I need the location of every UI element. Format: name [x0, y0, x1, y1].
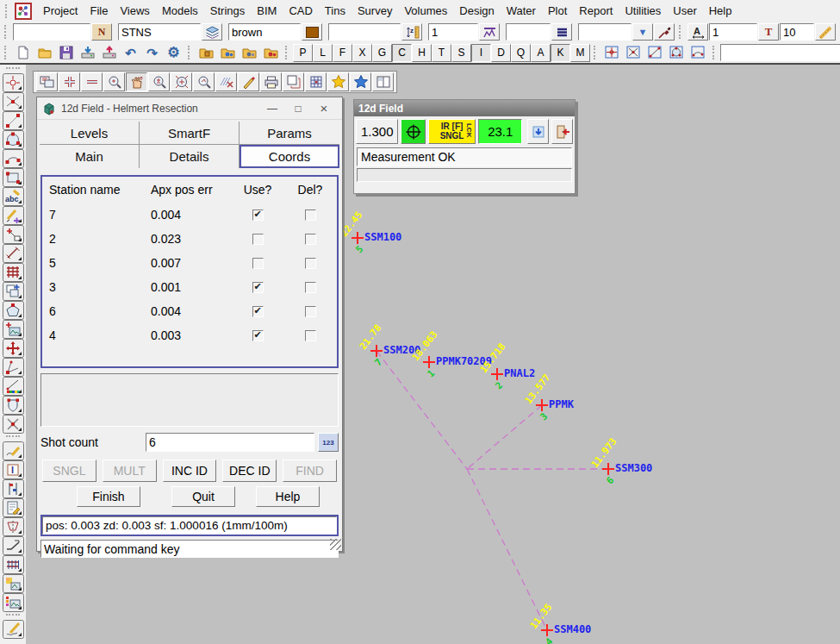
- menu-item-help[interactable]: Help: [703, 2, 738, 20]
- folder-gears-gray-icon[interactable]: [239, 43, 260, 62]
- inc-id-button[interactable]: INC ID: [163, 460, 217, 482]
- favourites-star-blue-icon[interactable]: [350, 72, 371, 91]
- del-checkbox[interactable]: [305, 234, 316, 245]
- toolbar-letter-m[interactable]: M: [570, 44, 590, 62]
- menu-item-water[interactable]: Water: [501, 2, 542, 20]
- toolbar-letter-t[interactable]: T: [432, 44, 451, 62]
- target-icon[interactable]: [401, 119, 426, 144]
- linestyle-icon[interactable]: [551, 23, 572, 41]
- menu-item-design[interactable]: Design: [453, 2, 500, 20]
- toolbar-letter-a[interactable]: A: [531, 44, 551, 62]
- use-checkbox[interactable]: [252, 306, 264, 317]
- tab-coords[interactable]: Coords: [240, 145, 339, 168]
- toolbar-grip[interactable]: [6, 614, 20, 618]
- toolbar-grip[interactable]: [6, 67, 20, 72]
- raster-colour-icon[interactable]: [3, 593, 24, 612]
- menu-item-tins[interactable]: Tins: [319, 2, 352, 20]
- colour-segment-icon[interactable]: [3, 377, 24, 396]
- create-rectangle-icon[interactable]: [3, 168, 24, 187]
- toolbar-grip[interactable]: [4, 46, 9, 59]
- quit-button[interactable]: Quit: [171, 486, 235, 507]
- target-height-button[interactable]: 1.300: [356, 119, 398, 144]
- zoom-in-icon[interactable]: [59, 72, 80, 91]
- snap-line-icon[interactable]: [644, 43, 666, 62]
- symmetry-icon[interactable]: [3, 517, 24, 536]
- toolbar-letter-x[interactable]: X: [352, 44, 372, 62]
- profile-chart-icon[interactable]: [479, 23, 500, 41]
- menu-item-file[interactable]: File: [84, 2, 114, 20]
- snap-cross-icon[interactable]: [623, 43, 644, 62]
- eyedropper-icon[interactable]: [654, 23, 675, 41]
- import-icon[interactable]: [77, 43, 98, 62]
- delete-point-icon[interactable]: [3, 415, 24, 434]
- create-text-icon[interactable]: abc: [3, 187, 24, 206]
- cad-text-field[interactable]: [13, 23, 90, 41]
- menu-item-survey[interactable]: Survey: [352, 2, 398, 20]
- linetype-field[interactable]: [578, 23, 632, 41]
- favourites-star-icon[interactable]: [327, 72, 349, 91]
- insert-image-icon[interactable]: [3, 320, 24, 339]
- toolbar-letter-f[interactable]: F: [333, 44, 352, 62]
- exit-door-icon[interactable]: [551, 119, 573, 144]
- z-ruler-icon[interactable]: z: [401, 23, 422, 41]
- height-field[interactable]: [328, 23, 401, 41]
- del-checkbox[interactable]: [305, 282, 316, 293]
- section-rails-icon[interactable]: [3, 555, 24, 574]
- folder-gears-red-icon[interactable]: [260, 43, 282, 62]
- ruler-pen-icon[interactable]: [815, 23, 836, 41]
- shield-polygon-icon[interactable]: [3, 396, 24, 415]
- model-grid-icon[interactable]: [305, 72, 327, 91]
- del-checkbox[interactable]: [305, 209, 316, 221]
- settings-gear-icon[interactable]: ⚙: [163, 43, 184, 62]
- zoom-previous-icon[interactable]: [193, 72, 215, 91]
- snap-circle-icon[interactable]: [666, 43, 688, 62]
- zoom-shrink-icon[interactable]: [171, 72, 192, 91]
- toolbar-grip[interactable]: [6, 435, 20, 440]
- dropdown-icon[interactable]: ▼: [632, 23, 653, 41]
- save-icon[interactable]: [55, 43, 77, 62]
- create-circle-icon[interactable]: [3, 130, 24, 149]
- split-layout-icon[interactable]: [372, 72, 394, 91]
- maximize-icon[interactable]: □: [285, 100, 311, 117]
- sngl-button[interactable]: SNGL: [42, 460, 96, 482]
- colour-swatch[interactable]: [302, 23, 322, 41]
- tab-params[interactable]: Params: [240, 122, 339, 145]
- dialog-titlebar[interactable]: 12d Field - Helmert Resection — □ ×: [37, 97, 342, 120]
- measure-icon[interactable]: [3, 244, 24, 263]
- plan-view-canvas[interactable]: 22.45 SSM100 5 21.78 SSM200 7 18.063 PPM…: [26, 65, 840, 644]
- create-point-icon[interactable]: [3, 73, 24, 92]
- del-checkbox[interactable]: [305, 306, 316, 317]
- slope-icon[interactable]: [3, 536, 24, 555]
- redo-icon[interactable]: ↷: [141, 43, 163, 62]
- mult-button[interactable]: MULT: [103, 460, 157, 482]
- undo-icon[interactable]: ↶: [120, 43, 141, 62]
- toolbar-letter-h[interactable]: H: [412, 44, 432, 62]
- copy-view-icon[interactable]: [283, 72, 304, 91]
- toolbar-grip[interactable]: [712, 46, 717, 59]
- translate-icon[interactable]: [3, 339, 24, 358]
- command-input[interactable]: [720, 44, 840, 61]
- menu-item-plot[interactable]: Plot: [542, 2, 573, 20]
- copy-object-icon[interactable]: [3, 282, 24, 301]
- colour-field[interactable]: [228, 23, 301, 41]
- create-polygon-icon[interactable]: [3, 301, 24, 320]
- create-arc-icon[interactable]: [3, 149, 24, 168]
- menu-item-project[interactable]: Project: [37, 2, 84, 20]
- toolbar-letter-i[interactable]: I: [471, 44, 491, 62]
- toolbar-letter-d[interactable]: D: [491, 44, 511, 62]
- edit-text-icon[interactable]: [3, 206, 24, 225]
- draw-pen-icon[interactable]: [238, 72, 259, 91]
- find-button[interactable]: FIND: [283, 460, 337, 482]
- menu-item-strings[interactable]: Strings: [204, 2, 251, 20]
- toolbar-letter-s[interactable]: S: [451, 44, 471, 62]
- help-button[interactable]: Help: [256, 486, 320, 507]
- finish-button[interactable]: Finish: [77, 486, 140, 507]
- use-checkbox[interactable]: [252, 234, 264, 245]
- zoom-extents-icon[interactable]: [103, 72, 125, 91]
- angle-point-icon[interactable]: [3, 358, 24, 377]
- close-icon[interactable]: ×: [311, 100, 337, 117]
- toolbar-letter-p[interactable]: P: [293, 44, 313, 62]
- toolbar-grip[interactable]: [679, 25, 683, 39]
- plot-frame-icon[interactable]: [36, 72, 58, 91]
- use-checkbox[interactable]: [252, 282, 264, 293]
